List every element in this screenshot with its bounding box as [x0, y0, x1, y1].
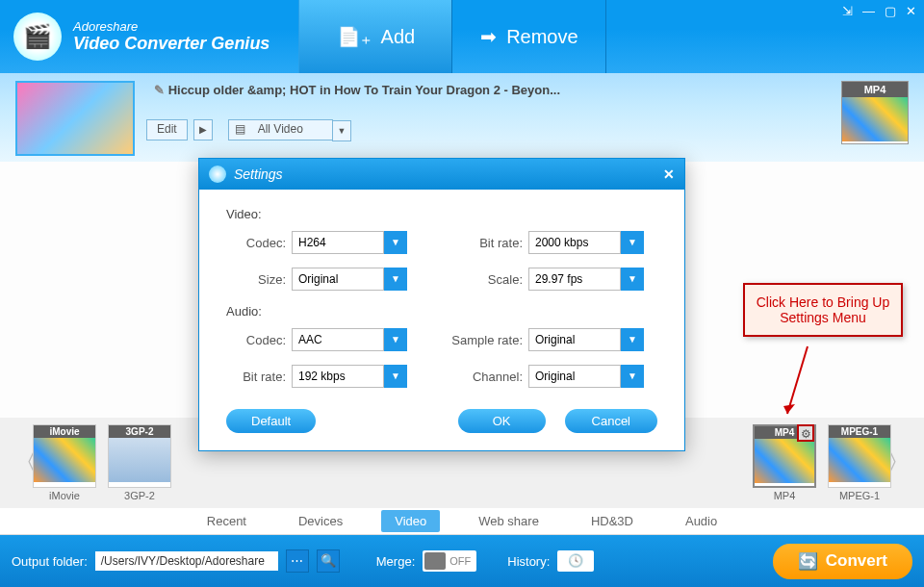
scroll-left-icon[interactable]: 〈	[8, 434, 27, 492]
format-caption: MPEG-1	[824, 490, 895, 501]
audio-channel-label: Channel:	[436, 370, 523, 384]
open-folder-button[interactable]: 🔍	[317, 549, 340, 573]
video-codec-input[interactable]	[292, 231, 384, 254]
chevron-down-icon[interactable]: ▼	[621, 328, 644, 351]
convert-label: Convert	[826, 551, 887, 571]
format-box-pic	[109, 438, 170, 482]
output-folder-path[interactable]: /Users/IVY/Desktop/Adoreshare	[95, 551, 278, 571]
edit-play-button[interactable]: ▶	[193, 119, 213, 140]
dialog-logo-icon	[209, 166, 226, 183]
minimize-icon[interactable]: —	[862, 4, 875, 18]
audio-codec-field: Codec: ▼	[226, 328, 407, 351]
bottom-bar: Output folder: /Users/IVY/Desktop/Adores…	[0, 535, 924, 587]
merge-state: OFF	[449, 555, 471, 567]
video-bitrate-label: Bit rate:	[436, 236, 523, 250]
tab-recent[interactable]: Recent	[193, 510, 260, 532]
format-box-pic	[829, 438, 890, 482]
all-video-dropdown[interactable]: All Video	[228, 119, 333, 140]
output-format-label: MP4	[842, 82, 908, 97]
format-box-pic	[755, 439, 814, 483]
format-box-label: MPEG-1	[829, 425, 890, 438]
dialog-body: Video: Codec: ▼ Bit rate: ▼ Size: ▼ Scal…	[199, 190, 684, 450]
scroll-right-icon[interactable]: 〉	[897, 434, 916, 492]
video-codec-label: Codec:	[226, 236, 286, 250]
merge-label: Merge:	[376, 554, 415, 569]
format-box-label: iMovie	[34, 425, 95, 438]
output-format-pic	[842, 97, 908, 141]
format-item-3gp2[interactable]: 3GP-2 3GP-2	[104, 424, 175, 501]
tab-audio[interactable]: Audio	[672, 510, 731, 532]
history-button[interactable]: 🕓	[557, 550, 594, 572]
dialog-titlebar[interactable]: Settings ✕	[199, 159, 684, 190]
audio-bitrate-label: Bit rate:	[226, 370, 286, 384]
chevron-down-icon[interactable]: ▼	[384, 365, 407, 388]
audio-bitrate-field: Bit rate: ▼	[226, 365, 407, 388]
app-logo: 🎬	[13, 13, 62, 61]
ok-button[interactable]: OK	[458, 409, 546, 433]
video-scale-field: Scale: ▼	[436, 268, 644, 291]
output-format-thumb[interactable]: MP4	[841, 81, 909, 144]
dialog-title: Settings	[234, 166, 283, 182]
merge-toggle[interactable]: OFF	[423, 550, 476, 572]
chevron-down-icon[interactable]: ▼	[621, 365, 644, 388]
default-button[interactable]: Default	[226, 409, 316, 433]
video-bitrate-input[interactable]	[528, 231, 621, 254]
audio-sample-input[interactable]	[528, 328, 621, 351]
format-box-pic	[34, 438, 95, 482]
browse-button[interactable]: ⋯	[286, 549, 309, 573]
video-size-input[interactable]	[292, 268, 384, 291]
clip-strip: Hiccup older &amp; HOT in How To Train Y…	[0, 73, 924, 162]
chevron-down-icon[interactable]: ▼	[621, 231, 644, 254]
format-item-imovie[interactable]: iMovie iMovie	[29, 424, 100, 501]
close-icon[interactable]: ✕	[906, 4, 916, 18]
gear-icon[interactable]: ⚙	[797, 424, 814, 442]
video-scale-input[interactable]	[528, 268, 621, 291]
edit-button[interactable]: Edit	[146, 119, 188, 140]
format-tabs: Recent Devices Video Web share HD&3D Aud…	[0, 508, 924, 535]
chevron-down-icon[interactable]: ▼	[384, 231, 407, 254]
format-item-mpeg1[interactable]: MPEG-1 MPEG-1	[824, 424, 895, 501]
video-codec-field: Codec: ▼	[226, 231, 407, 254]
titlebar: 🎬 Adoreshare Video Converter Genius 📄₊ A…	[0, 0, 924, 73]
format-box-label: 3GP-2	[109, 425, 170, 438]
chevron-down-icon[interactable]: ▼	[621, 268, 644, 291]
dialog-close-icon[interactable]: ✕	[663, 166, 675, 182]
tab-webshare[interactable]: Web share	[465, 510, 552, 532]
audio-codec-label: Codec:	[226, 333, 286, 347]
format-caption: 3GP-2	[104, 490, 175, 501]
convert-button[interactable]: 🔄 Convert	[773, 544, 912, 579]
convert-icon: 🔄	[798, 551, 818, 572]
remove-label: Remove	[506, 26, 578, 48]
tutorial-arrow	[783, 346, 812, 426]
tray-icon[interactable]: ⇲	[842, 4, 853, 18]
cancel-button[interactable]: Cancel	[565, 409, 657, 433]
video-size-label: Size:	[226, 272, 286, 287]
video-size-field: Size: ▼	[226, 268, 407, 291]
audio-sample-label: Sample rate:	[436, 333, 523, 347]
maximize-icon[interactable]: ▢	[885, 4, 896, 18]
tab-devices[interactable]: Devices	[285, 510, 356, 532]
video-section-label: Video:	[226, 207, 657, 221]
tab-video[interactable]: Video	[381, 510, 440, 532]
brand-name: Adoreshare	[73, 19, 270, 34]
format-item-mp4[interactable]: ⚙ MP4 MP4	[749, 424, 820, 501]
video-bitrate-field: Bit rate: ▼	[436, 231, 644, 254]
window-controls: ⇲ — ▢ ✕	[842, 4, 916, 18]
format-caption: MP4	[749, 490, 820, 501]
clip-title[interactable]: Hiccup older &amp; HOT in How To Train Y…	[154, 83, 560, 97]
chevron-down-icon[interactable]: ▼	[384, 328, 407, 351]
audio-bitrate-input[interactable]	[292, 365, 384, 388]
add-icon: 📄₊	[337, 25, 372, 48]
settings-dialog: Settings ✕ Video: Codec: ▼ Bit rate: ▼ S…	[198, 158, 685, 451]
history-label: History:	[507, 554, 550, 569]
chevron-down-icon[interactable]: ▼	[384, 268, 407, 291]
audio-channel-field: Channel: ▼	[436, 365, 644, 388]
tab-hd3d[interactable]: HD&3D	[578, 510, 647, 532]
add-button[interactable]: 📄₊ Add	[298, 0, 452, 73]
clip-thumbnail[interactable]	[15, 81, 135, 156]
remove-button[interactable]: ➡ Remove	[452, 0, 606, 73]
audio-channel-input[interactable]	[528, 365, 621, 388]
audio-section-label: Audio:	[226, 304, 657, 319]
dialog-buttons: Default OK Cancel	[226, 409, 657, 433]
audio-codec-input[interactable]	[292, 328, 384, 351]
